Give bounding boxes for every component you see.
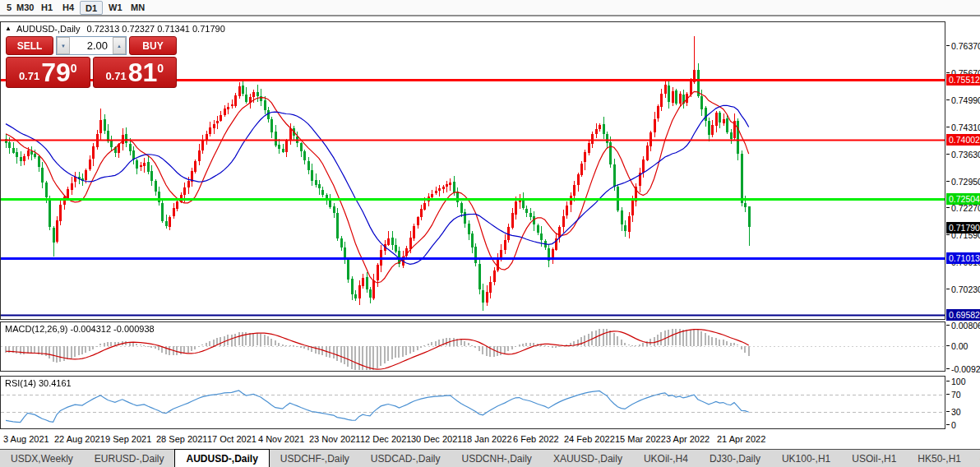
- chart-symbol-label: AUDUSD-,Daily: [16, 24, 81, 34]
- axis-tick-label: 30: [951, 407, 961, 417]
- chart-ohlc-values: 0.72313 0.72327 0.71341 0.71790: [87, 24, 225, 34]
- buy-price-big: 81: [128, 60, 158, 85]
- date-tick-label: 3 Aug 2021: [3, 434, 49, 444]
- chart-tab-usdx[interactable]: USDX,Weekly: [0, 450, 84, 467]
- chart-collapse-icon[interactable]: ▲: [5, 25, 12, 32]
- sell-price-button[interactable]: 0.71 79 0: [6, 57, 90, 88]
- terminal-window: 5M30H1H4D1W1MN ▲ AUDUSD-,Daily 0.72313 0…: [0, 0, 980, 467]
- chart-tab-eurusd[interactable]: EURUSD-,Daily: [84, 450, 175, 467]
- sell-button[interactable]: SELL: [6, 36, 53, 55]
- date-tick-label: 15 Mar 2022: [615, 434, 666, 444]
- price-level-badge: 0.72504: [946, 193, 980, 205]
- axis-tick-label: 70: [951, 390, 961, 400]
- timeframe-button-mn[interactable]: MN: [126, 1, 150, 15]
- timeframe-button-h4[interactable]: H4: [58, 1, 79, 15]
- spinner-down-icon: ▼: [61, 44, 66, 49]
- chart-title: ▲ AUDUSD-,Daily 0.72313 0.72327 0.71341 …: [5, 24, 225, 34]
- timeframe-button-m30[interactable]: M30: [12, 1, 39, 15]
- timeframe-button-h1[interactable]: H1: [36, 1, 58, 15]
- price-chart-panel: ▲ AUDUSD-,Daily 0.72313 0.72327 0.71341 …: [0, 21, 945, 320]
- timeframe-toolbar: 5M30H1H4D1W1MN: [0, 0, 980, 16]
- chart-tab-ukoil[interactable]: UKOil-,H4: [633, 450, 699, 467]
- chart-tab-usoil[interactable]: USOil-,H1: [841, 450, 907, 467]
- chart-tab-usdchf[interactable]: USDCHF-,Daily: [270, 450, 360, 467]
- axis-tick-label: 0: [951, 420, 956, 430]
- price-level-badge: 0.75512: [946, 74, 980, 86]
- macd-label: MACD(12,26,9) -0.004312 -0.000938: [5, 324, 155, 334]
- timeframe-button-d1[interactable]: D1: [80, 1, 103, 15]
- chart-tab-usdcnh[interactable]: USDCNH-,Daily: [451, 450, 543, 467]
- current-price-badge: 0.71790: [946, 222, 980, 234]
- axis-tick-label: 0.00: [951, 341, 968, 351]
- date-tick-label: 9 Sep 2021: [105, 434, 151, 444]
- price-level-badge: 0.74002: [946, 134, 980, 146]
- axis-tick-label: 0.72950: [951, 177, 980, 187]
- lot-decrease-button[interactable]: ▼: [57, 37, 70, 54]
- axis-tick-label: 100: [951, 377, 966, 386]
- chart-tab-dj30[interactable]: DJ30-,Daily: [699, 450, 771, 467]
- price-level-badge: 0.69582: [946, 309, 980, 321]
- chart-tab-usdcad[interactable]: USDCAD-,Daily: [360, 450, 451, 467]
- date-tick-label: 24 Feb 2022: [564, 434, 615, 444]
- sell-price-sup: 0: [71, 63, 77, 73]
- axis-tick-label: 0.008061: [951, 321, 980, 331]
- date-tick-label: 28 Sep 2021: [156, 434, 207, 444]
- chart-tab-xauusd[interactable]: XAUUSD-,Daily: [543, 450, 633, 467]
- axis-tick-label: 0.76370: [951, 41, 980, 51]
- date-tick-label: 3 Apr 2022: [666, 434, 710, 444]
- date-tick-label: 6 Feb 2022: [513, 434, 559, 444]
- axis-tick-label: 0.74310: [951, 123, 980, 132]
- axis-tick-label: 0.73630: [951, 150, 980, 160]
- buy-button[interactable]: BUY: [129, 36, 177, 55]
- date-tick-label: 12 Dec 2021: [360, 434, 411, 444]
- date-tick-label: 4 Nov 2021: [258, 434, 304, 444]
- rsi-canvas[interactable]: [1, 377, 945, 428]
- symbol-tab-bar: USDX,WeeklyEURUSD-,DailyAUDUSD-,DailyUSD…: [0, 449, 980, 467]
- spinner-up-icon: ▲: [117, 44, 122, 49]
- date-tick-label: 17 Oct 2021: [207, 434, 257, 444]
- chart-tab-audusd[interactable]: AUDUSD-,Daily: [174, 449, 269, 467]
- rsi-label: RSI(14) 30.4161: [5, 378, 72, 388]
- buy-price-small: 0.71: [105, 68, 126, 85]
- chart-tab-hk50[interactable]: HK50-,H1: [907, 450, 972, 467]
- rsi-indicator-panel: RSI(14) 30.4161: [0, 376, 945, 429]
- lot-size-spinner: ▼ 2.00 ▲: [56, 36, 127, 55]
- chart-tab-uk100[interactable]: UK100-,H1: [771, 450, 841, 467]
- date-axis: 3 Aug 202122 Aug 20219 Sep 202128 Sep 20…: [0, 431, 945, 447]
- sell-price-small: 0.71: [19, 68, 39, 85]
- axis-tick-label: 0.72270: [951, 203, 980, 213]
- date-tick-label: 22 Aug 2021: [54, 434, 105, 444]
- date-tick-label: 23 Nov 2021: [309, 434, 360, 444]
- timeframe-button-w1[interactable]: W1: [104, 1, 127, 15]
- date-tick-label: 30 Dec 2021: [411, 434, 462, 444]
- macd-indicator-panel: MACD(12,26,9) -0.004312 -0.000938: [0, 321, 945, 372]
- buy-price-button[interactable]: 0.71 81 0: [93, 57, 178, 88]
- lot-increase-button[interactable]: ▲: [113, 37, 126, 54]
- axis-tick-label: 0.74990: [951, 95, 980, 105]
- price-level-badge: 0.71013: [946, 252, 980, 264]
- one-click-trading-panel: SELL ▼ 2.00 ▲ BUY 0.71 79 0: [6, 36, 177, 88]
- buy-price-sup: 0: [157, 63, 164, 73]
- axis-tick-label: -0.009286: [951, 364, 980, 374]
- axis-tick-label: 0.70230: [951, 284, 980, 294]
- sell-price-big: 79: [41, 60, 71, 85]
- lot-size-value[interactable]: 2.00: [70, 37, 113, 54]
- price-axis: 0.763700.756700.749900.743100.736300.729…: [945, 0, 980, 467]
- date-tick-label: 18 Jan 2022: [462, 434, 512, 444]
- date-tick-label: 21 Apr 2022: [717, 434, 765, 444]
